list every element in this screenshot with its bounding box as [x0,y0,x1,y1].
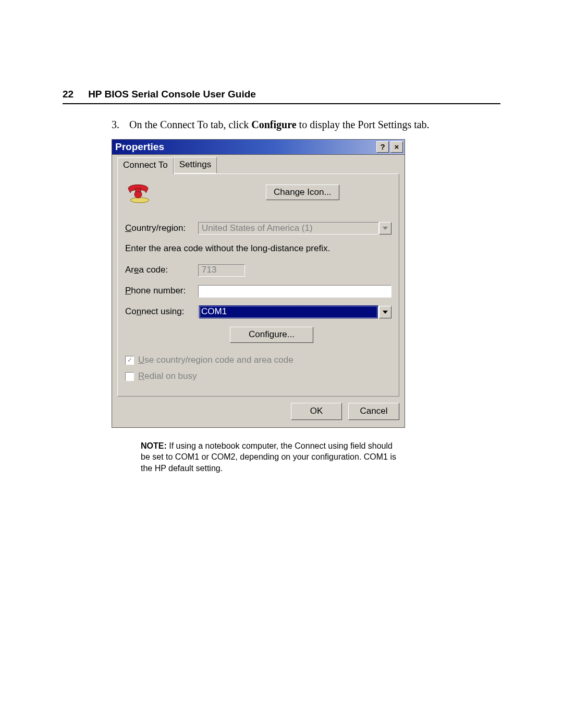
area-code-label: Area code: [125,264,198,276]
use-country-code-checkbox: ✓ [125,356,134,365]
configure-button[interactable]: Configure... [230,327,313,343]
step-number: 3. [112,118,129,132]
help-button[interactable]: ? [376,141,389,153]
country-field: United States of America (1) [198,222,379,235]
cancel-button[interactable]: Cancel [348,403,399,420]
redial-on-busy-checkbox [125,372,134,381]
page-number: 22 [63,89,74,100]
area-code-field: 713 [198,264,245,277]
ok-button[interactable]: OK [291,403,342,420]
connect-using-label: Connect using: [125,306,198,318]
tab-connect-to[interactable]: Connect To [117,157,174,174]
svg-rect-2 [136,189,141,192]
step-3: 3. On the Connect To tab, click Configur… [112,118,500,132]
country-dropdown-button [379,222,391,235]
phone-number-field[interactable] [198,285,391,298]
redial-on-busy-checkbox-row: Redial on busy [125,371,391,382]
titlebar-text: Properties [112,140,376,154]
area-code-hint: Enter the area code without the long-dis… [125,243,391,255]
tab-strip: Connect To Settings [117,159,399,174]
titlebar: Properties ? × [112,139,405,155]
country-label: Country/region: [125,223,198,235]
tab-panel: Change Icon... Country/region: United St… [117,174,399,397]
use-country-code-checkbox-row: ✓ Use country/region code and area code [125,354,391,366]
properties-dialog: Properties ? × Connect To Settings [112,139,405,428]
phone-icon [125,181,151,203]
tab-settings[interactable]: Settings [174,157,217,174]
svg-point-0 [130,198,149,203]
guide-title: HP BIOS Serial Console User Guide [88,89,256,100]
page-header: 22 HP BIOS Serial Console User Guide [63,89,500,100]
change-icon-button[interactable]: Change Icon... [266,184,339,201]
note-block: NOTE: If using a notebook computer, the … [141,440,401,474]
header-rule [63,103,500,104]
step-text: On the Connect To tab, click Configure t… [129,118,430,132]
phone-label: Phone number: [125,285,198,297]
note-text: If using a notebook computer, the Connec… [141,441,396,473]
connect-using-field[interactable]: COM1 [198,306,379,318]
connect-using-dropdown-button[interactable] [379,306,391,318]
close-button[interactable]: × [390,141,403,153]
note-label: NOTE: [141,441,167,450]
